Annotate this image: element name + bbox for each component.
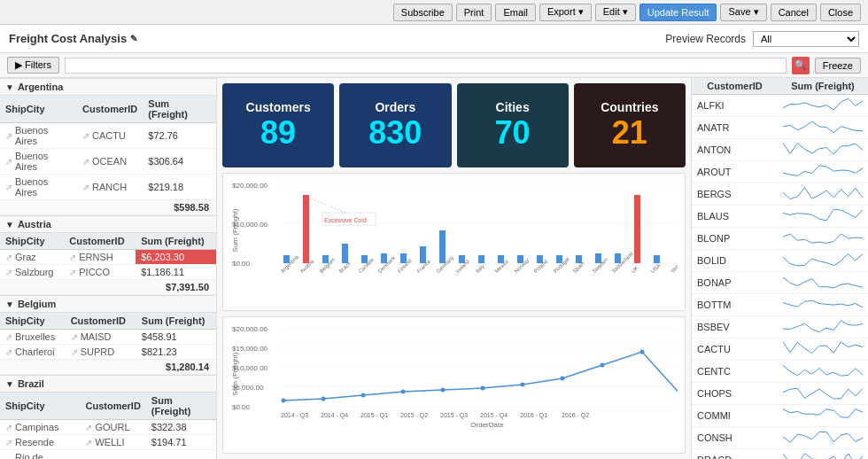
- col-header: Sum (Freight): [136, 233, 216, 250]
- right-sparkline-cell: [778, 228, 868, 250]
- group-header-brazil[interactable]: ▼ Brazil: [0, 375, 216, 393]
- close-button[interactable]: Close: [820, 4, 861, 21]
- right-customer-id: AROUT: [692, 161, 778, 183]
- svg-point-66: [441, 387, 446, 392]
- link-icon: ⇗: [82, 131, 89, 141]
- svg-point-62: [282, 398, 286, 402]
- link-icon: ⇗: [5, 347, 12, 357]
- main-content: ▼ ArgentinaShipCityCustomerIDSum (Freigh…: [0, 78, 868, 459]
- table-row[interactable]: ⇗Rio de Janeiro ⇗HANAR $724.77: [0, 450, 216, 460]
- svg-rect-9: [342, 244, 348, 263]
- export-button[interactable]: Export ▾: [539, 4, 592, 21]
- print-button[interactable]: Print: [456, 4, 492, 21]
- right-table-row[interactable]: CACTU: [692, 338, 868, 361]
- subtotal-label: [0, 280, 136, 295]
- ship-city-cell: ⇗Campinas: [0, 420, 80, 435]
- col-header: ShipCity: [0, 393, 80, 420]
- group-arrow-icon: ▼: [5, 220, 14, 230]
- right-table-row[interactable]: BOTTM: [692, 294, 868, 316]
- table-row[interactable]: ⇗Graz ⇗ERNSH $6,203.30: [0, 250, 216, 265]
- svg-text:2016 - Q1: 2016 - Q1: [520, 412, 547, 419]
- right-table-row[interactable]: CHOPS: [692, 383, 868, 405]
- svg-text:USA: USA: [650, 262, 662, 274]
- save-button[interactable]: Save ▾: [720, 4, 766, 21]
- group-name: Austria: [18, 219, 51, 230]
- right-table-row[interactable]: AROUT: [692, 161, 868, 183]
- svg-point-68: [521, 382, 525, 386]
- preview-label: Preview Records: [665, 33, 746, 45]
- ship-city-cell: ⇗Rio de Janeiro: [0, 450, 80, 460]
- table-row[interactable]: ⇗Campinas ⇗GOURL $322.38: [0, 420, 216, 435]
- bar-chart-container: $20,000.00 $10,000.00 $0.00: [222, 173, 686, 311]
- email-button[interactable]: Email: [495, 4, 536, 21]
- edit-button[interactable]: Edit ▾: [595, 4, 636, 21]
- svg-rect-14: [439, 230, 446, 263]
- svg-text:Argentina: Argentina: [280, 253, 300, 274]
- cancel-button[interactable]: Cancel: [771, 4, 817, 21]
- freeze-button[interactable]: Freeze: [815, 58, 861, 74]
- customer-id-cell: ⇗WELLI: [80, 435, 145, 450]
- right-table-row[interactable]: BLONP: [692, 228, 868, 250]
- right-table-row[interactable]: CENTC: [692, 361, 868, 383]
- edit-title-icon[interactable]: ✎: [130, 34, 137, 43]
- right-customer-id: BONAP: [692, 272, 778, 294]
- table-row[interactable]: ⇗Resende ⇗WELLI $194.71: [0, 435, 216, 450]
- group-header-belgium[interactable]: ▼ Belgium: [0, 295, 216, 313]
- ship-city-cell: ⇗Resende: [0, 435, 80, 450]
- right-sparkline-cell: [778, 183, 868, 206]
- svg-text:Sum (Freight): Sum (Freight): [231, 352, 239, 395]
- col-header: CustomerID: [77, 96, 143, 123]
- customer-id-cell: ⇗MAISD: [66, 330, 136, 345]
- link-icon: ⇗: [5, 183, 12, 192]
- svg-point-64: [361, 393, 366, 397]
- right-table-row[interactable]: ANATR: [692, 117, 868, 139]
- right-table-row[interactable]: BLAUS: [692, 206, 868, 228]
- update-result-button[interactable]: Update Result: [639, 4, 717, 21]
- filters-toggle-button[interactable]: ▶ Filters: [7, 57, 59, 74]
- right-table-row[interactable]: DRACD: [692, 449, 868, 460]
- group-header-austria[interactable]: ▼ Austria: [0, 215, 216, 233]
- table-row[interactable]: ⇗Bruxelles ⇗MAISD $458.91: [0, 330, 216, 345]
- svg-point-69: [561, 376, 565, 380]
- right-table-row[interactable]: CONSH: [692, 427, 868, 449]
- col-header: Sum (Freight): [136, 313, 216, 330]
- right-sparkline-cell: [778, 272, 868, 294]
- link-icon: ⇗: [5, 253, 12, 262]
- freight-cell: $219.18: [143, 175, 216, 200]
- kpi-label-orders: Orders: [375, 100, 415, 114]
- table-row[interactable]: ⇗Buenos Aires ⇗OCEAN $306.64: [0, 149, 216, 175]
- kpi-value-cities: 70: [495, 114, 531, 152]
- subscribe-button[interactable]: Subscribe: [393, 4, 453, 21]
- group-arrow-icon: ▼: [5, 379, 14, 389]
- title-bar: Freight Cost Analysis ✎ Preview Records …: [0, 25, 868, 53]
- right-table-row[interactable]: BSBEV: [692, 316, 868, 338]
- table-row[interactable]: ⇗Buenos Aires ⇗CACTU $72.76: [0, 123, 216, 149]
- right-table-row[interactable]: COMMI: [692, 405, 868, 427]
- right-table-row[interactable]: BOLID: [692, 250, 868, 272]
- right-table-row[interactable]: ALFKI: [692, 95, 868, 117]
- preview-select[interactable]: All: [753, 31, 859, 47]
- group-header-argentina[interactable]: ▼ Argentina: [0, 78, 216, 96]
- right-table-row[interactable]: BERGS: [692, 183, 868, 206]
- customer-id-cell: ⇗HANAR: [80, 450, 145, 460]
- right-table-row[interactable]: BONAP: [692, 272, 868, 294]
- group-name: Argentina: [18, 82, 63, 92]
- subtotal-value: $7,391.50: [136, 280, 216, 295]
- col-header: CustomerID: [66, 313, 136, 330]
- right-customer-id: BOLID: [692, 250, 778, 272]
- subtotal-value: $598.58: [143, 200, 216, 215]
- filter-search-button[interactable]: 🔍: [792, 57, 810, 74]
- ship-city-cell: ⇗Buenos Aires: [0, 149, 77, 175]
- right-customer-id: ANATR: [692, 117, 778, 139]
- freight-cell: $821.23: [136, 345, 216, 360]
- ship-city-cell: ⇗Graz: [0, 250, 64, 265]
- filter-search-input[interactable]: [65, 58, 787, 74]
- ship-city-cell: ⇗Salzburg: [0, 265, 64, 280]
- col-header: ShipCity: [0, 233, 64, 250]
- right-sparkline-cell: [778, 338, 868, 361]
- link-icon: ⇗: [69, 253, 76, 262]
- table-row[interactable]: ⇗Salzburg ⇗PICCO $1,186.11: [0, 265, 216, 280]
- right-table-row[interactable]: ANTON: [692, 139, 868, 161]
- table-row[interactable]: ⇗Buenos Aires ⇗RANCH $219.18: [0, 175, 216, 200]
- table-row[interactable]: ⇗Charleroi ⇗SUPRD $821.23: [0, 345, 216, 360]
